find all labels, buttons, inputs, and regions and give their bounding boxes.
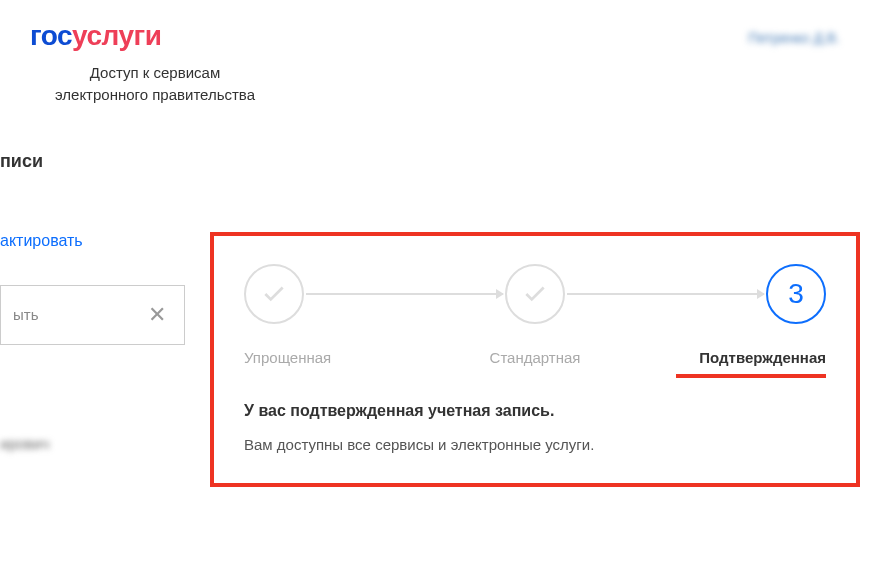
connector-arrow: [306, 293, 503, 295]
check-icon: [522, 281, 548, 307]
section-title: писи: [0, 151, 870, 172]
input-field[interactable]: ыть ✕: [0, 285, 185, 345]
step3-label: Подтвержденная: [632, 349, 826, 366]
step1-label: Упрощенная: [244, 349, 438, 366]
step3-circle: 3: [766, 264, 826, 324]
active-underline: [676, 374, 826, 378]
edit-link[interactable]: актировать: [0, 232, 185, 250]
step3-number: 3: [788, 278, 804, 310]
logo-part1: гос: [30, 20, 72, 51]
logo-part2: услуги: [72, 20, 161, 51]
account-status-card: 3 Упрощенная Стандартная Подтвержденная …: [210, 232, 860, 487]
close-icon[interactable]: ✕: [148, 302, 166, 328]
step2-label: Стандартная: [438, 349, 632, 366]
status-title: У вас подтвержденная учетная запись.: [244, 402, 826, 420]
tagline: Доступ к сервисам электронного правитель…: [30, 62, 280, 106]
step2-circle: [505, 264, 565, 324]
connector-arrow: [567, 293, 764, 295]
check-icon: [261, 281, 287, 307]
progress-steps: 3: [244, 264, 826, 324]
blurred-text: ирович: [0, 435, 185, 452]
logo[interactable]: госуслуги: [30, 20, 870, 52]
input-fragment: ыть: [13, 306, 38, 323]
user-name-link[interactable]: Петренко Д.В.: [748, 30, 840, 46]
status-description: Вам доступны все сервисы и электронные у…: [244, 436, 826, 453]
step1-circle: [244, 264, 304, 324]
